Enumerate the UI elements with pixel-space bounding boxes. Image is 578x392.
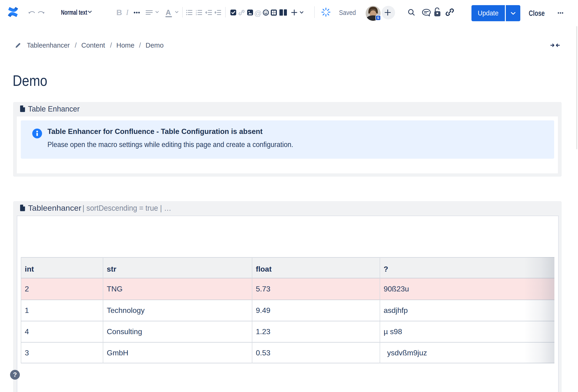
svg-text:3: 3 — [196, 13, 197, 15]
svg-text:1: 1 — [196, 10, 197, 12]
